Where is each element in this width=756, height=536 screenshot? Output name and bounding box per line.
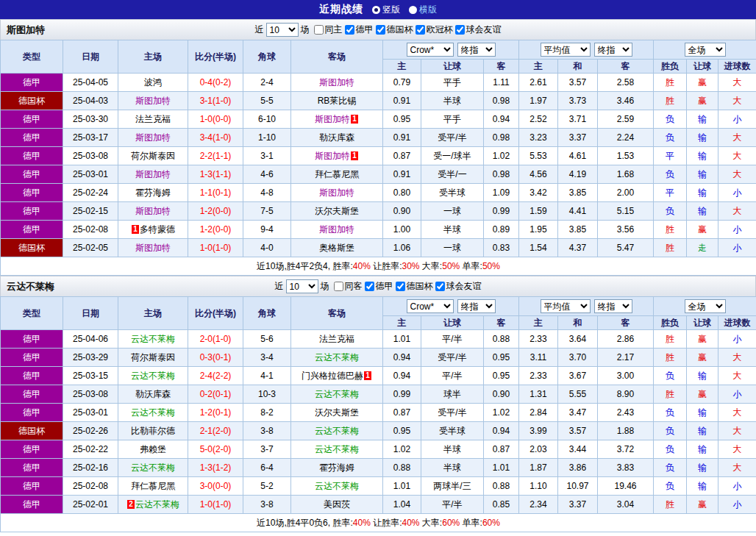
- summary-stat-label: 让胜率:: [371, 518, 402, 528]
- team-name-text: 法兰克福: [135, 114, 171, 124]
- corner-score: 4-6: [243, 165, 291, 184]
- match-date: 25-02-15: [63, 202, 118, 221]
- corner-score: 6-10: [243, 110, 291, 129]
- filter-option[interactable]: 球会友谊: [435, 280, 482, 293]
- crown-handicap: 受半球: [421, 422, 484, 440]
- result-goals: 小: [718, 385, 756, 404]
- avg-odds-home: 4.56: [519, 165, 558, 184]
- average-stage-select[interactable]: 终指: [594, 299, 632, 313]
- average-stage-select[interactable]: 终指: [594, 43, 632, 57]
- corner-score: 4-8: [243, 184, 291, 202]
- match-score: 1-0(1-0): [188, 239, 243, 257]
- col-score: 比分(半场): [188, 40, 243, 74]
- crown-odds-home: 0.95: [383, 422, 421, 440]
- avg-odds-away: 2.59: [598, 110, 654, 129]
- filter-option[interactable]: 同客: [334, 280, 363, 293]
- col-avg-draw: 和: [558, 316, 598, 330]
- avg-odds-away: 2.43: [598, 404, 654, 422]
- table-header-row: 类型 日期 主场 比分(半场) 角球 客场 Crow*终指 平均值终指 全场: [1, 40, 756, 60]
- filter-checkbox[interactable]: [376, 25, 385, 35]
- avg-odds-draw: 3.85: [558, 221, 598, 239]
- avg-odds-away: 3.56: [598, 221, 654, 239]
- filter-checkbox[interactable]: [365, 282, 374, 291]
- league-badge: 德甲: [1, 440, 63, 459]
- team-name-text: 云达不莱梅: [315, 389, 359, 399]
- filter-checkbox[interactable]: [416, 25, 425, 35]
- avg-odds-away: 5.15: [598, 202, 654, 221]
- crown-odds-home: 0.79: [383, 74, 421, 92]
- corner-score: 8-2: [243, 404, 291, 422]
- col-date: 日期: [63, 40, 118, 74]
- result-handicap: 赢: [687, 349, 718, 367]
- team-name-text: 门兴格拉德巴赫: [302, 371, 363, 381]
- filter-checkbox[interactable]: [345, 25, 354, 35]
- match-count-select[interactable]: 10: [266, 23, 299, 37]
- avg-odds-draw: 3.64: [558, 330, 598, 349]
- bookmaker-select[interactable]: Crow*: [407, 299, 454, 313]
- avg-odds-draw: 3.37: [558, 496, 598, 514]
- team-name-text: 斯图加特: [135, 206, 171, 216]
- crown-handicap: 半球: [421, 459, 484, 477]
- match-score: 0-3(0-1): [188, 349, 243, 367]
- match-date: 25-02-08: [63, 221, 118, 239]
- filter-option[interactable]: 德甲: [365, 280, 393, 293]
- filter-checkbox[interactable]: [334, 282, 343, 291]
- filter-checkbox[interactable]: [396, 282, 405, 291]
- crown-odds-away: 1.02: [484, 404, 519, 422]
- filter-option[interactable]: 同主: [314, 24, 343, 36]
- filter-checkbox[interactable]: [435, 282, 445, 291]
- summary-stat-label: 让胜率:: [371, 261, 402, 271]
- layout-horizontal-radio[interactable]: 横版: [409, 4, 437, 16]
- result-outcome: 负: [654, 422, 687, 440]
- match-date: 25-03-17: [63, 129, 118, 147]
- result-outcome: 胜: [654, 92, 687, 110]
- avg-odds-away: 3.83: [598, 459, 654, 477]
- scope-select[interactable]: 全场: [685, 43, 726, 57]
- filter-near-label: 近: [275, 280, 284, 293]
- crown-handicap: 球半: [421, 385, 484, 404]
- filter-option[interactable]: 德甲: [345, 24, 374, 36]
- crown-handicap: 一球: [421, 239, 484, 257]
- team-name-text: 斯图加特: [315, 151, 350, 161]
- away-team: 勒沃库森: [291, 129, 383, 147]
- summary-stat-value: 60%: [442, 518, 460, 528]
- average-select[interactable]: 平均值: [541, 299, 591, 313]
- away-team: 斯图加特1: [291, 147, 383, 165]
- crown-odds-away: 1.02: [484, 147, 519, 165]
- result-goals: 小: [718, 239, 756, 257]
- away-team: 奥格斯堡: [291, 239, 383, 257]
- team-name-text: 斯图加特: [135, 132, 171, 143]
- filter-option[interactable]: 球会友谊: [455, 24, 502, 36]
- team-name-text: 荷尔斯泰因: [131, 352, 175, 362]
- filter-checkbox[interactable]: [455, 25, 465, 35]
- result-handicap: 赢: [687, 92, 718, 110]
- layout-vertical-radio[interactable]: 竖版: [372, 4, 400, 16]
- match-count-select[interactable]: 10: [286, 279, 318, 293]
- summary-stat-value: 40%: [353, 261, 371, 271]
- filter-option[interactable]: 欧冠杯: [416, 24, 453, 36]
- summary-stat-value: 50%: [482, 261, 500, 271]
- crown-odds-away: 0.88: [484, 330, 519, 349]
- crown-odds-away: 0.94: [484, 110, 519, 129]
- league-badge: 德甲: [1, 74, 63, 92]
- filter-checkbox[interactable]: [314, 25, 324, 35]
- filter-option[interactable]: 德国杯: [376, 24, 413, 36]
- avg-odds-away: 2.17: [598, 349, 654, 367]
- crown-handicap: 平手: [421, 110, 484, 129]
- result-outcome: 平: [654, 184, 687, 202]
- odds-stage-select[interactable]: 终指: [457, 43, 496, 57]
- home-team: 1多特蒙德: [118, 221, 188, 239]
- home-team: 波鸿: [118, 74, 188, 92]
- filter-option[interactable]: 德国杯: [396, 280, 433, 293]
- odds-stage-select[interactable]: 终指: [457, 299, 496, 313]
- match-row: 德甲25-02-24霍芬海姆1-1(0-1)4-8斯图加特0.80受半球1.09…: [1, 184, 756, 202]
- corner-score: 1-10: [243, 129, 291, 147]
- avg-odds-home: 1.95: [519, 221, 558, 239]
- match-score: 2-1(2-0): [188, 422, 243, 440]
- crown-handicap: 半球: [421, 92, 484, 110]
- average-select[interactable]: 平均值: [541, 43, 591, 57]
- match-row: 德甲25-02-16云达不莱梅1-3(1-2)6-4霍芬海姆0.88半球1.01…: [1, 459, 756, 477]
- bookmaker-select[interactable]: Crow*: [407, 43, 454, 57]
- scope-select[interactable]: 全场: [685, 299, 726, 313]
- corner-score: 3-1: [243, 147, 291, 165]
